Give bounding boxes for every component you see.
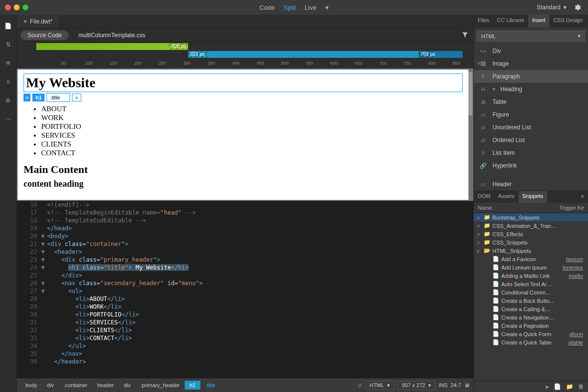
breadcrumb-item[interactable]: header: [92, 381, 119, 390]
code-editor[interactable]: 16<![endif]-->17<!-- TemplateBeginEditab…: [17, 201, 473, 378]
panel-menu-icon[interactable]: ≡: [577, 191, 588, 203]
lang-mode-dropdown[interactable]: HTML▾: [365, 381, 394, 390]
element-class-input[interactable]: .title: [47, 93, 70, 102]
panel-tab[interactable]: CSS Design: [549, 15, 587, 27]
insert-item[interactable]: ulUnordered List: [474, 121, 588, 134]
view-mode-split[interactable]: Split: [283, 4, 295, 11]
code-line[interactable]: 25 </div>: [17, 271, 473, 279]
breadcrumb-item[interactable]: div: [42, 381, 59, 390]
file-tab[interactable]: × File.dwt*: [17, 15, 60, 28]
mq-range-769[interactable]: 769 px: [418, 51, 463, 58]
document-preview[interactable]: My Website ≡ h1 .title + ABOUTWORKPORTFO…: [18, 70, 468, 200]
tree-row[interactable]: 📄Add a Faviconfavicon: [474, 255, 588, 263]
code-line[interactable]: 33 <li>CONTACT</li>: [17, 334, 473, 342]
code-line[interactable]: 32 <li>CLIENTS</li>: [17, 326, 473, 334]
media-query-bar[interactable]: 321 px 768 px 769 px: [17, 42, 473, 60]
tree-row[interactable]: v📂HTML_Snippets: [474, 246, 588, 255]
code-line[interactable]: 29 <li>WORK</li>: [17, 303, 473, 311]
tree-row[interactable]: 📄Conditional Comm…: [474, 288, 588, 296]
nav-item[interactable]: PORTFOLIO: [41, 122, 463, 131]
insert-item[interactable]: liList Item: [474, 147, 588, 159]
code-line[interactable]: 28 <li>ABOUT</li>: [17, 295, 473, 303]
tree-row[interactable]: 📄Create a Calling &…: [474, 305, 588, 313]
tree-row[interactable]: 📄Adding a Mailto Linkmailto: [474, 271, 588, 280]
panel-tab[interactable]: Files: [474, 15, 493, 27]
code-line[interactable]: 21▼<div class="container">: [17, 240, 473, 248]
tree-row[interactable]: 📄Auto Select Text Ar…: [474, 280, 588, 288]
breadcrumb-item[interactable]: body: [21, 381, 42, 390]
code-line[interactable]: 26▼ <nav class="secondary_header" id="me…: [17, 279, 473, 287]
tree-row[interactable]: 📄Create a Quick Tableqtable: [474, 338, 588, 346]
page-h2[interactable]: Main Content: [24, 163, 463, 176]
insert-item[interactable]: ⊞Table: [474, 96, 588, 108]
inspect-icon[interactable]: ≡: [4, 77, 13, 86]
minimize-window[interactable]: [14, 4, 20, 10]
viewport-dropdown[interactable]: 907 x 272▾: [397, 381, 436, 390]
code-line[interactable]: 34 </ul>: [17, 342, 473, 350]
filter-icon[interactable]: [462, 31, 468, 38]
tree-row[interactable]: >📁Bootstrap_Snippets: [474, 213, 588, 221]
nav-item[interactable]: WORK: [41, 114, 463, 122]
insert-item[interactable]: H▾Heading: [474, 83, 588, 96]
chevron-down-icon[interactable]: ▾: [325, 4, 329, 11]
tree-row[interactable]: >📁CSS_Animation_&_Tran…: [474, 221, 588, 230]
tree-row[interactable]: 📄Add Loreum Ipsumloremips: [474, 263, 588, 271]
code-line[interactable]: 36 </header>: [17, 358, 473, 366]
close-window[interactable]: [5, 4, 11, 10]
new-snippet-icon[interactable]: 📄: [554, 383, 561, 390]
insert-item[interactable]: ▭Figure: [474, 108, 588, 121]
source-tab-css[interactable]: multiColumnTemplate.css: [72, 30, 152, 40]
code-line[interactable]: 18<!-- TemplateEndEditable -->: [17, 217, 473, 224]
code-line[interactable]: 22▼ <header>: [17, 248, 473, 256]
code-line[interactable]: 20▼<body>: [17, 232, 473, 240]
sub-tab[interactable]: Assets: [494, 191, 518, 203]
file-close-x[interactable]: ×: [24, 18, 27, 25]
code-line[interactable]: 17<!-- TemplateBeginEditable name="head"…: [17, 209, 473, 217]
source-tab-code[interactable]: Source Code: [21, 30, 69, 40]
tree-row[interactable]: 📄Create a Back Butto…: [474, 296, 588, 305]
code-line[interactable]: 23▼ <div class="primary_header">: [17, 256, 473, 264]
insert-item[interactable]: [474, 172, 588, 178]
breadcrumb-item[interactable]: div: [119, 381, 136, 390]
nav-item[interactable]: SERVICES: [41, 131, 463, 140]
insert-item[interactable]: ¶Paragraph: [474, 70, 588, 83]
tree-row[interactable]: >📁CSS_Snippets: [474, 238, 588, 246]
page-h1[interactable]: My Website: [24, 74, 463, 92]
more-icon[interactable]: ⋯: [4, 115, 13, 123]
trash-icon[interactable]: 🗑: [578, 383, 584, 390]
code-line[interactable]: 35 </nav>: [17, 350, 473, 358]
new-folder-icon[interactable]: ▸: [546, 383, 549, 390]
view-mode-live[interactable]: Live: [305, 4, 317, 11]
sub-tab[interactable]: Snippets: [518, 191, 547, 203]
code-line[interactable]: 24▼ <h1 class="title"> My Website</h1>: [17, 264, 473, 271]
folder-icon[interactable]: 📁: [566, 383, 573, 390]
sub-tab[interactable]: DOM: [474, 191, 494, 203]
code-line[interactable]: 19</head>: [17, 224, 473, 232]
view-mode-code[interactable]: Code: [259, 4, 274, 11]
breadcrumb-item[interactable]: .primary_header: [136, 381, 185, 390]
insert-item[interactable]: 🖼Image: [474, 57, 588, 70]
preview-icon[interactable]: 👁: [4, 59, 13, 68]
breadcrumb-item[interactable]: .title: [200, 381, 220, 390]
tree-row[interactable]: 📄Create a Navigation…: [474, 313, 588, 321]
live-preview[interactable]: My Website ≡ h1 .title + ABOUTWORKPORTFO…: [17, 69, 473, 201]
gear-icon[interactable]: [573, 3, 581, 11]
nav-item[interactable]: CLIENTS: [41, 140, 463, 148]
page-h3[interactable]: content heading: [24, 179, 463, 189]
maximize-window[interactable]: [23, 4, 28, 10]
panel-tab[interactable]: CC Librarie: [493, 15, 528, 27]
tree-row[interactable]: >📁CSS_Effects: [474, 230, 588, 238]
file-icon[interactable]: 📄: [4, 22, 13, 30]
scrollbar-thumb[interactable]: [468, 72, 472, 116]
add-class-button[interactable]: +: [72, 94, 81, 101]
code-line[interactable]: 27▼ <ul>: [17, 287, 473, 295]
nav-item[interactable]: ABOUT: [41, 105, 463, 113]
insert-item[interactable]: olOrdered List: [474, 134, 588, 147]
element-menu-icon[interactable]: ≡: [24, 94, 30, 101]
code-line[interactable]: 16<![endif]-->: [17, 201, 473, 209]
panel-tab[interactable]: Insert: [528, 15, 550, 27]
breadcrumb-item[interactable]: h1: [185, 381, 200, 390]
tree-row[interactable]: 📄Create a Pagination: [474, 321, 588, 330]
preview-device-icon[interactable]: 🖥: [464, 382, 469, 388]
nav-item[interactable]: CONTACT: [41, 149, 463, 157]
